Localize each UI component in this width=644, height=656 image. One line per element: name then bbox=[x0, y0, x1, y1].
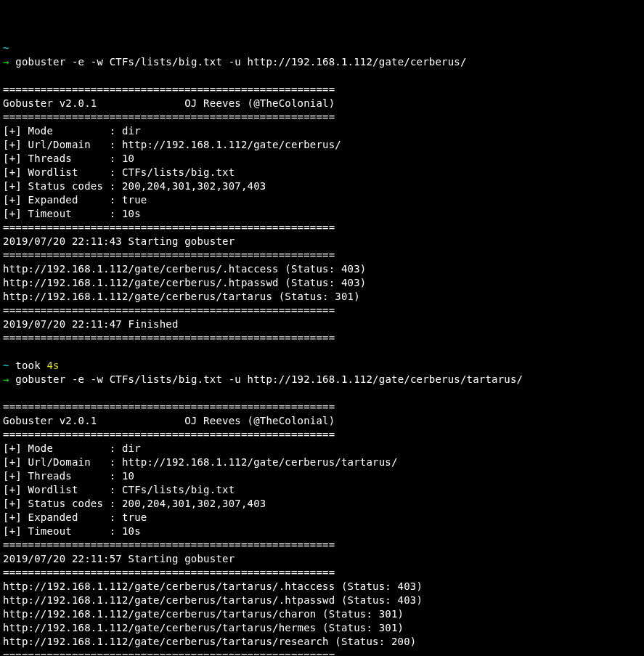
command-line[interactable]: gobuster -e -w CTFs/lists/big.txt -u htt… bbox=[15, 373, 523, 385]
setting-line: [+] Url/Domain : http://192.168.1.112/ga… bbox=[3, 139, 341, 150]
prompt-path: ~ bbox=[3, 360, 9, 371]
result-line: http://192.168.1.112/gate/cerberus/tarta… bbox=[3, 580, 423, 592]
setting-line: [+] Url/Domain : http://192.168.1.112/ga… bbox=[3, 456, 398, 468]
setting-line: [+] Status codes : 200,204,301,302,307,4… bbox=[3, 498, 266, 509]
start-line: 2019/07/20 22:11:43 Starting gobuster bbox=[3, 235, 235, 247]
setting-line: [+] Timeout : 10s bbox=[3, 208, 141, 219]
separator: ========================================… bbox=[3, 249, 335, 261]
separator: ========================================… bbox=[3, 304, 335, 316]
setting-line: [+] Mode : dir bbox=[3, 442, 141, 454]
separator: ========================================… bbox=[3, 332, 335, 344]
separator: ========================================… bbox=[3, 539, 335, 551]
setting-line: [+] Expanded : true bbox=[3, 511, 147, 523]
gobuster-header: Gobuster v2.0.1 OJ Reeves (@TheColonial) bbox=[3, 415, 335, 426]
duration-value: 4s bbox=[46, 360, 59, 371]
prompt-arrow-icon: → bbox=[3, 56, 9, 68]
separator: ========================================… bbox=[3, 401, 335, 413]
separator: ========================================… bbox=[3, 649, 335, 656]
setting-line: [+] Threads : 10 bbox=[3, 153, 134, 164]
command-line[interactable]: gobuster -e -w CTFs/lists/big.txt -u htt… bbox=[15, 56, 466, 68]
setting-line: [+] Status codes : 200,204,301,302,307,4… bbox=[3, 180, 266, 192]
separator: ========================================… bbox=[3, 111, 335, 123]
prompt-path: ~ bbox=[3, 42, 9, 54]
setting-line: [+] Timeout : 10s bbox=[3, 525, 141, 537]
result-line: http://192.168.1.112/gate/cerberus/tarta… bbox=[3, 594, 423, 606]
result-line: http://192.168.1.112/gate/cerberus/tarta… bbox=[3, 608, 404, 620]
setting-line: [+] Threads : 10 bbox=[3, 470, 134, 482]
start-line: 2019/07/20 22:11:57 Starting gobuster bbox=[3, 553, 235, 564]
finish-line: 2019/07/20 22:11:47 Finished bbox=[3, 318, 179, 330]
result-line: http://192.168.1.112/gate/cerberus/tarta… bbox=[3, 291, 360, 302]
separator: ========================================… bbox=[3, 429, 335, 440]
result-line: http://192.168.1.112/gate/cerberus/.htac… bbox=[3, 263, 366, 275]
prompt-arrow-icon: → bbox=[3, 373, 9, 385]
separator: ========================================… bbox=[3, 222, 335, 233]
separator: ========================================… bbox=[3, 84, 335, 95]
gobuster-header: Gobuster v2.0.1 OJ Reeves (@TheColonial) bbox=[3, 97, 335, 109]
setting-line: [+] Mode : dir bbox=[3, 125, 141, 137]
result-line: http://192.168.1.112/gate/cerberus/.htpa… bbox=[3, 277, 366, 288]
terminal-output: ~ → gobuster -e -w CTFs/lists/big.txt -u… bbox=[3, 41, 641, 656]
result-line: http://192.168.1.112/gate/cerberus/tarta… bbox=[3, 622, 404, 633]
setting-line: [+] Expanded : true bbox=[3, 194, 147, 206]
took-label: took bbox=[9, 360, 47, 371]
setting-line: [+] Wordlist : CTFs/lists/big.txt bbox=[3, 484, 235, 495]
result-line: http://192.168.1.112/gate/cerberus/tarta… bbox=[3, 636, 417, 647]
separator: ========================================… bbox=[3, 567, 335, 578]
setting-line: [+] Wordlist : CTFs/lists/big.txt bbox=[3, 166, 235, 178]
